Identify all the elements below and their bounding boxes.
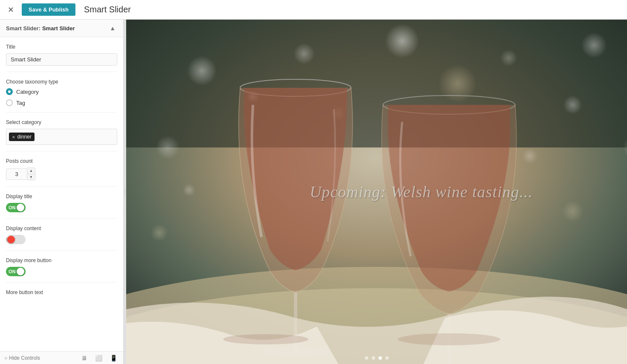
display-more-toggle-wrap: ON OFF [6, 267, 117, 276]
sidebar-header-title: Smart Slider [42, 25, 75, 32]
stepper-down[interactable]: ▼ [27, 174, 35, 180]
page-title: Smart Slider [84, 5, 131, 14]
circle-icon: ○ [4, 355, 7, 361]
taxonomy-category-option[interactable]: Category [6, 88, 117, 95]
svg-point-26 [183, 184, 196, 196]
display-more-button-section: Display more button ON OFF [6, 251, 117, 283]
tag-radio-label: Tag [16, 100, 25, 106]
mobile-view-button[interactable]: 📱 [108, 354, 119, 362]
display-title-section: Display title ON OFF [6, 187, 117, 219]
sidebar-header-label: Smart Slider: [6, 25, 40, 32]
display-title-toggle-wrap: ON OFF [6, 203, 117, 212]
display-more-on-text: ON [9, 269, 16, 274]
display-title-knob [17, 204, 24, 211]
nav-dot-4[interactable] [385, 356, 389, 360]
nav-dot-3[interactable] [379, 356, 382, 360]
svg-point-25 [523, 148, 538, 164]
display-title-label: Display title [6, 194, 117, 199]
more-button-text-section: More button text [6, 283, 117, 305]
sidebar-header: Smart Slider: Smart Slider ▲ [0, 20, 123, 37]
svg-point-6 [581, 32, 607, 58]
display-more-knob [17, 268, 24, 275]
slider-background [126, 20, 627, 364]
taxonomy-tag-option[interactable]: Tag [6, 99, 117, 106]
more-button-text-label: More button text [6, 289, 117, 295]
sidebar-content: Title Choose taxonomy type Category Tag [0, 37, 123, 351]
display-content-section: Display content ON OFF [6, 219, 117, 251]
display-title-on-text: ON [9, 205, 16, 210]
top-bar: ✕ Save & Publish Smart Slider [0, 0, 627, 20]
display-content-label: Display content [6, 225, 117, 231]
category-radio-dot [6, 88, 13, 95]
svg-point-4 [385, 24, 419, 58]
nav-dot-1[interactable] [365, 356, 368, 360]
select-category-label: Select category [6, 119, 117, 125]
taxonomy-section: Choose taxonomy type Category Tag [6, 72, 117, 113]
slider-image-svg [126, 20, 627, 364]
posts-count-stepper: ▲ ▼ [6, 168, 117, 180]
svg-point-23 [151, 224, 168, 241]
display-content-toggle[interactable]: ON OFF [6, 235, 26, 244]
tag-radio-dot [6, 99, 13, 106]
stepper-up[interactable]: ▲ [27, 168, 35, 174]
category-radio-label: Category [16, 89, 39, 95]
title-input[interactable] [6, 53, 117, 66]
nav-dot-2[interactable] [372, 356, 375, 360]
preview-area: Upcoming: Welsh wine tasting... [126, 20, 627, 364]
dinner-tag-label: dinner [17, 134, 32, 140]
sidebar-collapse-button[interactable]: ▲ [108, 25, 117, 32]
hide-controls-button[interactable]: ○ Hide Controls [4, 355, 40, 361]
svg-point-9 [563, 95, 582, 114]
dinner-tag: × dinner [9, 133, 35, 141]
posts-count-label: Posts count [6, 158, 117, 164]
svg-point-3 [294, 43, 315, 64]
svg-point-21 [223, 334, 309, 344]
svg-point-5 [500, 49, 517, 66]
posts-count-section: Posts count ▲ ▼ [6, 151, 117, 187]
svg-point-22 [398, 333, 500, 345]
close-button[interactable]: ✕ [5, 4, 17, 15]
sidebar-bottom: ○ Hide Controls 🖥 ⬜ 📱 [0, 351, 123, 364]
slider-nav-dots [365, 356, 389, 360]
display-title-toggle[interactable]: ON OFF [6, 203, 26, 212]
select-category-section: Select category × dinner [6, 113, 117, 151]
display-content-knob [7, 236, 15, 243]
main-layout: Smart Slider: Smart Slider ▲ Title Choos… [0, 20, 627, 364]
stepper-arrows: ▲ ▼ [27, 168, 35, 180]
hide-controls-label: Hide Controls [9, 355, 40, 361]
display-more-toggle[interactable]: ON OFF [6, 267, 26, 276]
save-publish-button[interactable]: Save & Publish [22, 3, 75, 16]
dinner-tag-remove[interactable]: × [12, 134, 15, 140]
title-section: Title [6, 37, 117, 72]
category-tag-input[interactable]: × dinner [6, 129, 117, 145]
svg-point-11 [156, 136, 180, 159]
svg-point-8 [439, 64, 477, 103]
display-content-toggle-wrap: ON OFF [6, 235, 117, 244]
tablet-view-button[interactable]: ⬜ [93, 354, 104, 362]
taxonomy-label: Choose taxonomy type [6, 79, 117, 85]
posts-count-input[interactable] [6, 168, 27, 180]
display-more-button-label: Display more button [6, 257, 117, 263]
title-label: Title [6, 44, 117, 50]
sidebar: Smart Slider: Smart Slider ▲ Title Choos… [0, 20, 124, 364]
svg-point-24 [562, 201, 584, 222]
taxonomy-radio-group: Category Tag [6, 88, 117, 106]
desktop-view-button[interactable]: 🖥 [80, 354, 89, 362]
svg-point-2 [187, 56, 217, 86]
slider-preview: Upcoming: Welsh wine tasting... [126, 20, 627, 364]
